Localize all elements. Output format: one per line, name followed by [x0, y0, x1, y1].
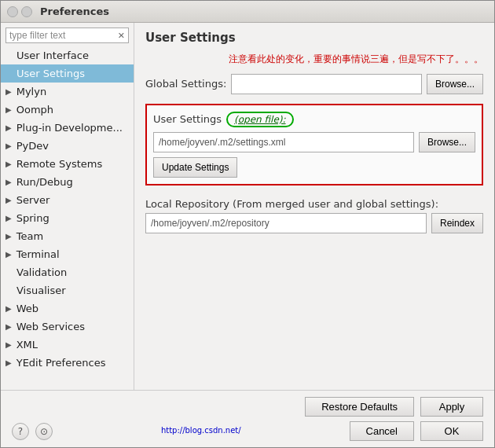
- window-title: Preferences: [40, 6, 109, 17]
- sidebar-item-validation[interactable]: Validation: [1, 263, 134, 281]
- url-bar: http://blog.csdn.net/: [161, 426, 241, 436]
- browse-user-button[interactable]: Browse...: [419, 132, 475, 152]
- bottom-right-buttons: Cancel OK: [350, 421, 483, 441]
- local-repo-input[interactable]: [145, 213, 427, 233]
- sidebar-item-label: Plug-in Developme...: [16, 122, 123, 134]
- apply-button[interactable]: Apply: [420, 397, 483, 417]
- search-input[interactable]: [9, 30, 115, 41]
- main-panel: User Settings 注意看此处的变化，重要的事情说三遍，但是写不下了。。…: [134, 23, 494, 390]
- minimize-button[interactable]: [21, 6, 32, 17]
- sidebar-item-label: User Interface: [16, 50, 89, 61]
- sidebar-item-label: Server: [16, 194, 50, 206]
- close-button[interactable]: [7, 6, 18, 17]
- sidebar-item-plugin-dev[interactable]: ▶ Plug-in Developme...: [1, 119, 134, 137]
- help-icon[interactable]: ?: [12, 423, 29, 440]
- annotation-text: 注意看此处的变化，重要的事情说三遍，但是写不下了。。。: [145, 53, 483, 66]
- expand-arrow-icon: ▶: [6, 87, 12, 96]
- main-title: User Settings: [145, 31, 483, 45]
- sidebar-item-server[interactable]: ▶ Server: [1, 191, 134, 209]
- sidebar: ✕ User Interface User Settings ▶ Mylyn ▶…: [1, 23, 134, 390]
- expand-arrow-icon: ▶: [6, 322, 12, 331]
- sidebar-item-label: Oomph: [16, 104, 53, 116]
- global-settings-input[interactable]: [231, 74, 422, 94]
- expand-arrow-icon: ▶: [6, 141, 12, 150]
- sidebar-item-xml[interactable]: ▶ XML: [1, 336, 134, 354]
- sidebar-item-web-services[interactable]: ▶ Web Services: [1, 318, 134, 336]
- expand-arrow-icon: ▶: [6, 178, 12, 186]
- sidebar-item-label: Run/Debug: [16, 176, 73, 188]
- local-repo-row: Reindex: [145, 213, 483, 233]
- cancel-button[interactable]: Cancel: [350, 421, 414, 441]
- browse-global-button[interactable]: Browse...: [427, 74, 483, 94]
- update-settings-button[interactable]: Update Settings: [153, 157, 237, 178]
- bottom-row2: ? ⊙ http://blog.csdn.net/ Cancel OK: [12, 421, 483, 441]
- sidebar-item-yedit[interactable]: ▶ YEdit Preferences: [1, 354, 134, 372]
- sidebar-item-label: XML: [16, 339, 38, 351]
- sidebar-item-label: User Settings: [16, 68, 85, 79]
- expand-arrow-icon: ▶: [6, 214, 12, 222]
- sidebar-item-label: Spring: [16, 212, 50, 224]
- open-file-link[interactable]: (open file):: [226, 112, 293, 127]
- sidebar-item-oomph[interactable]: ▶ Oomph: [1, 101, 134, 119]
- sidebar-item-label: PyDev: [16, 140, 49, 152]
- reindex-button[interactable]: Reindex: [431, 213, 483, 233]
- user-settings-label-row: User Settings (open file):: [153, 112, 475, 127]
- user-settings-path-input[interactable]: [153, 132, 414, 152]
- sidebar-item-label: Web Services: [16, 321, 85, 332]
- expand-arrow-icon: ▶: [6, 160, 12, 168]
- sidebar-item-pydev[interactable]: ▶ PyDev: [1, 137, 134, 155]
- sidebar-list: User Interface User Settings ▶ Mylyn ▶ O…: [1, 46, 134, 390]
- sidebar-item-web[interactable]: ▶ Web: [1, 299, 134, 318]
- expand-arrow-icon: ▶: [6, 340, 12, 349]
- sidebar-item-spring[interactable]: ▶ Spring: [1, 209, 134, 227]
- expand-arrow-icon: ▶: [6, 250, 12, 259]
- expand-arrow-icon: ▶: [6, 196, 12, 204]
- bottom-bar: Restore Defaults Apply ? ⊙ http://blog.c…: [1, 390, 494, 447]
- global-settings-label: Global Settings:: [145, 78, 226, 90]
- user-settings-label: User Settings: [153, 113, 222, 125]
- sidebar-item-label: Terminal: [16, 248, 60, 260]
- expand-arrow-icon: ▶: [6, 105, 12, 114]
- sidebar-item-user-settings[interactable]: User Settings: [1, 64, 134, 83]
- content-area: ✕ User Interface User Settings ▶ Mylyn ▶…: [1, 23, 494, 390]
- sidebar-item-terminal[interactable]: ▶ Terminal: [1, 245, 134, 263]
- bottom-left-icons: ? ⊙: [12, 423, 53, 440]
- sidebar-item-visualiser[interactable]: Visualiser: [1, 281, 134, 299]
- restore-defaults-button[interactable]: Restore Defaults: [305, 397, 414, 417]
- sidebar-item-label: Visualiser: [16, 285, 66, 296]
- sidebar-item-label: Validation: [16, 266, 67, 278]
- ok-button[interactable]: OK: [420, 421, 483, 441]
- sidebar-item-label: Team: [16, 230, 43, 242]
- global-settings-row: Global Settings: Browse...: [145, 74, 483, 94]
- title-bar: Preferences: [1, 1, 494, 23]
- expand-arrow-icon: ▶: [6, 232, 12, 241]
- sidebar-item-label: Web: [16, 303, 38, 314]
- expand-arrow-icon: ▶: [6, 358, 12, 367]
- info-icon[interactable]: ⊙: [35, 423, 53, 440]
- expand-arrow-icon: ▶: [6, 123, 12, 132]
- sidebar-item-label: YEdit Preferences: [16, 357, 106, 369]
- user-settings-box: User Settings (open file): Browse... Upd…: [145, 104, 483, 185]
- expand-arrow-icon: ▶: [6, 304, 12, 313]
- window-controls: [7, 6, 32, 17]
- local-repo-section: Local Repository (From merged user and g…: [145, 198, 483, 233]
- bottom-row1: Restore Defaults Apply: [12, 397, 483, 417]
- sidebar-item-user-interface[interactable]: User Interface: [1, 46, 134, 64]
- local-repo-label: Local Repository (From merged user and g…: [145, 198, 483, 210]
- search-box[interactable]: ✕: [6, 28, 129, 43]
- sidebar-item-label: Remote Systems: [16, 158, 103, 170]
- sidebar-item-team[interactable]: ▶ Team: [1, 227, 134, 245]
- sidebar-item-remote-systems[interactable]: ▶ Remote Systems: [1, 155, 134, 173]
- preferences-window: Preferences ✕ User Interface User Settin…: [0, 0, 495, 448]
- sidebar-item-label: Mylyn: [16, 86, 46, 97]
- search-clear-icon[interactable]: ✕: [118, 31, 125, 41]
- sidebar-item-run-debug[interactable]: ▶ Run/Debug: [1, 173, 134, 191]
- sidebar-item-mylyn[interactable]: ▶ Mylyn: [1, 83, 134, 101]
- user-settings-path-row: Browse...: [153, 132, 475, 152]
